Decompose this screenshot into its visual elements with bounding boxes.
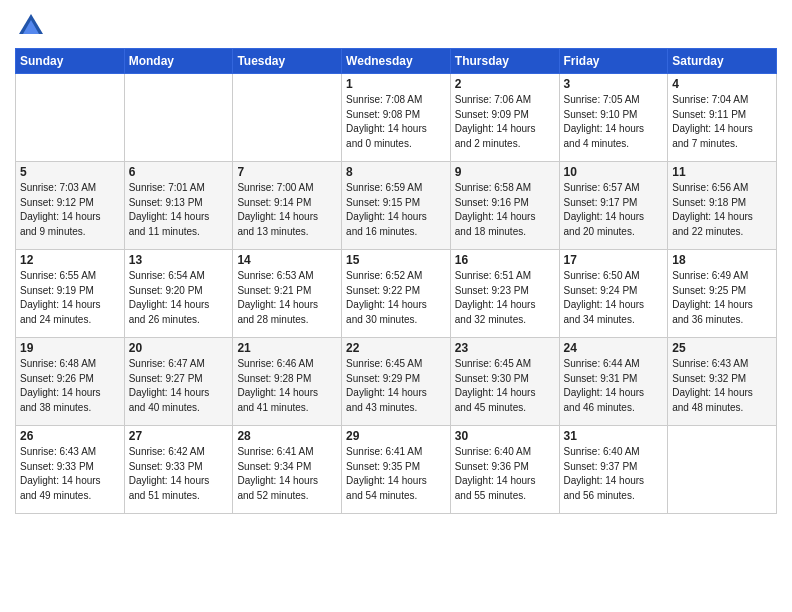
day-cell: 2Sunrise: 7:06 AM Sunset: 9:09 PM Daylig… — [450, 74, 559, 162]
day-info: Sunrise: 6:53 AM Sunset: 9:21 PM Dayligh… — [237, 269, 337, 327]
page-header — [15, 10, 777, 42]
day-info: Sunrise: 7:05 AM Sunset: 9:10 PM Dayligh… — [564, 93, 664, 151]
day-info: Sunrise: 6:45 AM Sunset: 9:29 PM Dayligh… — [346, 357, 446, 415]
day-cell: 18Sunrise: 6:49 AM Sunset: 9:25 PM Dayli… — [668, 250, 777, 338]
day-cell: 25Sunrise: 6:43 AM Sunset: 9:32 PM Dayli… — [668, 338, 777, 426]
day-number: 19 — [20, 341, 120, 355]
day-info: Sunrise: 6:43 AM Sunset: 9:33 PM Dayligh… — [20, 445, 120, 503]
day-number: 8 — [346, 165, 446, 179]
day-info: Sunrise: 6:46 AM Sunset: 9:28 PM Dayligh… — [237, 357, 337, 415]
day-info: Sunrise: 6:55 AM Sunset: 9:19 PM Dayligh… — [20, 269, 120, 327]
day-number: 30 — [455, 429, 555, 443]
day-number: 13 — [129, 253, 229, 267]
day-cell: 9Sunrise: 6:58 AM Sunset: 9:16 PM Daylig… — [450, 162, 559, 250]
day-cell: 1Sunrise: 7:08 AM Sunset: 9:08 PM Daylig… — [342, 74, 451, 162]
day-info: Sunrise: 7:08 AM Sunset: 9:08 PM Dayligh… — [346, 93, 446, 151]
day-number: 21 — [237, 341, 337, 355]
day-info: Sunrise: 6:48 AM Sunset: 9:26 PM Dayligh… — [20, 357, 120, 415]
day-number: 3 — [564, 77, 664, 91]
day-info: Sunrise: 6:49 AM Sunset: 9:25 PM Dayligh… — [672, 269, 772, 327]
day-info: Sunrise: 6:57 AM Sunset: 9:17 PM Dayligh… — [564, 181, 664, 239]
day-info: Sunrise: 7:01 AM Sunset: 9:13 PM Dayligh… — [129, 181, 229, 239]
day-cell — [233, 74, 342, 162]
day-cell: 28Sunrise: 6:41 AM Sunset: 9:34 PM Dayli… — [233, 426, 342, 514]
day-info: Sunrise: 6:56 AM Sunset: 9:18 PM Dayligh… — [672, 181, 772, 239]
day-cell: 14Sunrise: 6:53 AM Sunset: 9:21 PM Dayli… — [233, 250, 342, 338]
day-number: 23 — [455, 341, 555, 355]
day-number: 25 — [672, 341, 772, 355]
day-info: Sunrise: 6:47 AM Sunset: 9:27 PM Dayligh… — [129, 357, 229, 415]
day-number: 17 — [564, 253, 664, 267]
day-number: 27 — [129, 429, 229, 443]
day-cell: 22Sunrise: 6:45 AM Sunset: 9:29 PM Dayli… — [342, 338, 451, 426]
day-number: 15 — [346, 253, 446, 267]
col-header-tuesday: Tuesday — [233, 49, 342, 74]
day-info: Sunrise: 6:52 AM Sunset: 9:22 PM Dayligh… — [346, 269, 446, 327]
day-info: Sunrise: 6:40 AM Sunset: 9:37 PM Dayligh… — [564, 445, 664, 503]
day-cell: 20Sunrise: 6:47 AM Sunset: 9:27 PM Dayli… — [124, 338, 233, 426]
day-cell: 26Sunrise: 6:43 AM Sunset: 9:33 PM Dayli… — [16, 426, 125, 514]
col-header-saturday: Saturday — [668, 49, 777, 74]
day-cell: 31Sunrise: 6:40 AM Sunset: 9:37 PM Dayli… — [559, 426, 668, 514]
calendar-header-row: SundayMondayTuesdayWednesdayThursdayFrid… — [16, 49, 777, 74]
day-cell — [124, 74, 233, 162]
day-cell: 21Sunrise: 6:46 AM Sunset: 9:28 PM Dayli… — [233, 338, 342, 426]
day-number: 26 — [20, 429, 120, 443]
day-info: Sunrise: 6:59 AM Sunset: 9:15 PM Dayligh… — [346, 181, 446, 239]
day-info: Sunrise: 7:03 AM Sunset: 9:12 PM Dayligh… — [20, 181, 120, 239]
day-number: 12 — [20, 253, 120, 267]
week-row-2: 5Sunrise: 7:03 AM Sunset: 9:12 PM Daylig… — [16, 162, 777, 250]
day-info: Sunrise: 6:44 AM Sunset: 9:31 PM Dayligh… — [564, 357, 664, 415]
day-number: 14 — [237, 253, 337, 267]
day-cell — [16, 74, 125, 162]
day-number: 24 — [564, 341, 664, 355]
day-info: Sunrise: 6:43 AM Sunset: 9:32 PM Dayligh… — [672, 357, 772, 415]
day-info: Sunrise: 6:40 AM Sunset: 9:36 PM Dayligh… — [455, 445, 555, 503]
day-number: 29 — [346, 429, 446, 443]
day-cell: 15Sunrise: 6:52 AM Sunset: 9:22 PM Dayli… — [342, 250, 451, 338]
day-cell: 29Sunrise: 6:41 AM Sunset: 9:35 PM Dayli… — [342, 426, 451, 514]
day-cell: 27Sunrise: 6:42 AM Sunset: 9:33 PM Dayli… — [124, 426, 233, 514]
day-cell — [668, 426, 777, 514]
day-cell: 16Sunrise: 6:51 AM Sunset: 9:23 PM Dayli… — [450, 250, 559, 338]
day-info: Sunrise: 7:04 AM Sunset: 9:11 PM Dayligh… — [672, 93, 772, 151]
day-cell: 11Sunrise: 6:56 AM Sunset: 9:18 PM Dayli… — [668, 162, 777, 250]
logo — [15, 10, 51, 42]
day-number: 5 — [20, 165, 120, 179]
day-cell: 12Sunrise: 6:55 AM Sunset: 9:19 PM Dayli… — [16, 250, 125, 338]
day-cell: 24Sunrise: 6:44 AM Sunset: 9:31 PM Dayli… — [559, 338, 668, 426]
day-info: Sunrise: 6:42 AM Sunset: 9:33 PM Dayligh… — [129, 445, 229, 503]
calendar-table: SundayMondayTuesdayWednesdayThursdayFrid… — [15, 48, 777, 514]
day-info: Sunrise: 6:41 AM Sunset: 9:34 PM Dayligh… — [237, 445, 337, 503]
col-header-monday: Monday — [124, 49, 233, 74]
logo-icon — [15, 10, 47, 42]
week-row-5: 26Sunrise: 6:43 AM Sunset: 9:33 PM Dayli… — [16, 426, 777, 514]
day-cell: 7Sunrise: 7:00 AM Sunset: 9:14 PM Daylig… — [233, 162, 342, 250]
day-cell: 3Sunrise: 7:05 AM Sunset: 9:10 PM Daylig… — [559, 74, 668, 162]
day-number: 7 — [237, 165, 337, 179]
col-header-thursday: Thursday — [450, 49, 559, 74]
day-info: Sunrise: 6:45 AM Sunset: 9:30 PM Dayligh… — [455, 357, 555, 415]
day-number: 18 — [672, 253, 772, 267]
col-header-wednesday: Wednesday — [342, 49, 451, 74]
day-cell: 6Sunrise: 7:01 AM Sunset: 9:13 PM Daylig… — [124, 162, 233, 250]
day-number: 2 — [455, 77, 555, 91]
week-row-3: 12Sunrise: 6:55 AM Sunset: 9:19 PM Dayli… — [16, 250, 777, 338]
week-row-1: 1Sunrise: 7:08 AM Sunset: 9:08 PM Daylig… — [16, 74, 777, 162]
day-number: 28 — [237, 429, 337, 443]
col-header-sunday: Sunday — [16, 49, 125, 74]
day-info: Sunrise: 7:00 AM Sunset: 9:14 PM Dayligh… — [237, 181, 337, 239]
day-info: Sunrise: 6:58 AM Sunset: 9:16 PM Dayligh… — [455, 181, 555, 239]
day-cell: 5Sunrise: 7:03 AM Sunset: 9:12 PM Daylig… — [16, 162, 125, 250]
day-number: 9 — [455, 165, 555, 179]
day-cell: 13Sunrise: 6:54 AM Sunset: 9:20 PM Dayli… — [124, 250, 233, 338]
day-cell: 17Sunrise: 6:50 AM Sunset: 9:24 PM Dayli… — [559, 250, 668, 338]
week-row-4: 19Sunrise: 6:48 AM Sunset: 9:26 PM Dayli… — [16, 338, 777, 426]
day-number: 4 — [672, 77, 772, 91]
day-info: Sunrise: 6:51 AM Sunset: 9:23 PM Dayligh… — [455, 269, 555, 327]
day-cell: 19Sunrise: 6:48 AM Sunset: 9:26 PM Dayli… — [16, 338, 125, 426]
day-info: Sunrise: 6:54 AM Sunset: 9:20 PM Dayligh… — [129, 269, 229, 327]
day-number: 11 — [672, 165, 772, 179]
day-cell: 30Sunrise: 6:40 AM Sunset: 9:36 PM Dayli… — [450, 426, 559, 514]
day-number: 6 — [129, 165, 229, 179]
